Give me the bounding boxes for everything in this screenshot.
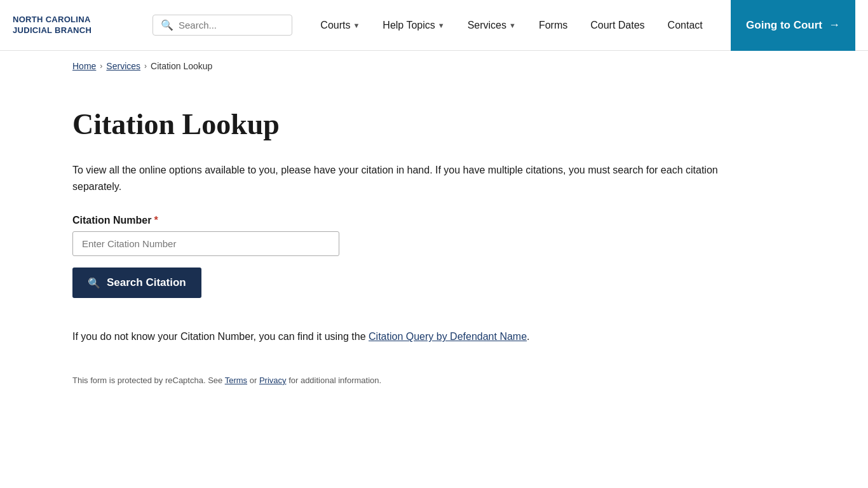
header-search-area[interactable]: 🔍 [153,15,292,36]
citation-query-link[interactable]: Citation Query by Defendant Name [369,331,527,342]
citation-number-input[interactable] [72,231,339,256]
info-text: If you do not know your Citation Number,… [72,329,796,345]
citation-number-field-group: Citation Number* [72,215,796,256]
terms-link[interactable]: Terms [225,376,247,385]
breadcrumb-current: Citation Lookup [151,61,212,71]
search-icon: 🔍 [88,277,100,289]
breadcrumb: Home › Services › Citation Lookup [0,51,868,81]
nav-contact[interactable]: Contact [659,15,712,36]
nav-forms[interactable]: Forms [530,15,576,36]
going-to-court-button[interactable]: Going to Court → [731,0,855,51]
arrow-right-icon: → [829,18,840,32]
citation-number-label: Citation Number* [72,215,796,226]
search-citation-button[interactable]: 🔍 Search Citation [72,268,201,298]
breadcrumb-services[interactable]: Services [106,61,140,71]
nav-services[interactable]: Services ▼ [459,15,525,36]
breadcrumb-separator-1: › [100,62,102,71]
nav-help-topics[interactable]: Help Topics ▼ [374,15,453,36]
breadcrumb-separator-2: › [144,62,147,71]
recaptcha-notice: This form is protected by reCaptcha. See… [72,376,796,385]
nav-courts[interactable]: Courts ▼ [311,15,369,36]
breadcrumb-home[interactable]: Home [72,61,96,71]
logo-area: NORTH CAROLINA JUDICIAL BRANCH [13,15,140,36]
chevron-down-icon: ▼ [353,22,360,29]
search-icon: 🔍 [161,19,173,31]
nav-court-dates[interactable]: Court Dates [581,15,653,36]
main-content: Citation Lookup To view all the online o… [0,81,868,423]
chevron-down-icon: ▼ [438,22,445,29]
privacy-link[interactable]: Privacy [259,376,287,385]
page-title: Citation Lookup [72,107,796,142]
site-header: NORTH CAROLINA JUDICIAL BRANCH 🔍 Courts … [0,0,868,51]
search-input[interactable] [179,20,284,30]
site-logo: NORTH CAROLINA JUDICIAL BRANCH [13,15,92,36]
chevron-down-icon: ▼ [509,22,516,29]
required-indicator: * [154,215,158,226]
main-nav: Courts ▼ Help Topics ▼ Services ▼ Forms … [292,15,731,36]
description-text: To view all the online options available… [72,162,759,194]
